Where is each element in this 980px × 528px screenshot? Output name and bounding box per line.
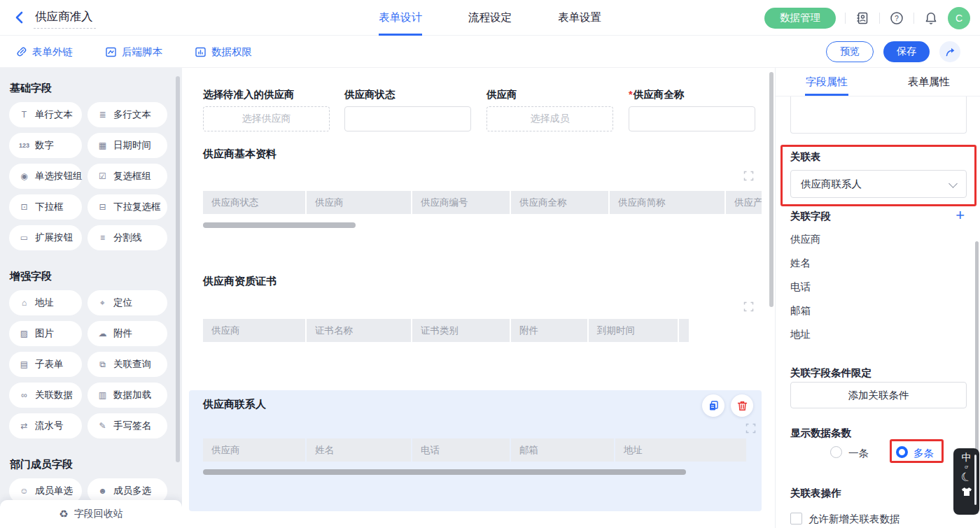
field-address[interactable]: ⌂地址 <box>9 290 82 315</box>
field-select-supplier[interactable]: 选择待准入的供应商 选择供应商 <box>203 88 330 134</box>
tab-process-setting[interactable]: 流程设定 <box>468 0 512 36</box>
radio-multiple[interactable] <box>896 446 908 458</box>
field-single-text[interactable]: T单行文本 <box>9 102 82 127</box>
backend-script-button[interactable]: 后端脚本 <box>105 45 162 59</box>
field-location[interactable]: ⌖定位 <box>88 290 167 315</box>
supplier-fullname-input[interactable] <box>629 106 755 131</box>
field-subform[interactable]: ▤子表单 <box>9 352 82 377</box>
recycle-icon: ♻ <box>59 508 68 520</box>
delete-widget-button[interactable] <box>731 394 753 417</box>
browser-extension-widget[interactable]: 中 ơ ☾ <box>953 448 979 515</box>
field-number[interactable]: 123数字 <box>9 133 82 158</box>
form-canvas: 选择待准入的供应商 选择供应商 供应商状态 供应商 选择成员 *供应商全称 供应… <box>182 68 775 528</box>
related-field-item[interactable]: 电话 <box>790 280 811 294</box>
related-field-item[interactable]: 姓名 <box>790 257 811 270</box>
person-icon: ☺ <box>18 487 30 495</box>
field-image[interactable]: ▨图片 <box>9 321 82 346</box>
related-field-item[interactable]: 地址 <box>790 328 811 341</box>
sidebar-scrollbar[interactable] <box>176 76 180 462</box>
help-icon[interactable]: ? <box>889 10 904 26</box>
field-label: 选择待准入的供应商 <box>203 88 295 101</box>
back-button[interactable] <box>13 10 28 25</box>
preview-button[interactable]: 预览 <box>826 41 874 62</box>
tab-field-properties[interactable]: 字段属性 <box>776 68 878 96</box>
form-toolbar: 表单外链 后端脚本 数据权限 预览 保存 <box>0 36 980 68</box>
field-serial-number[interactable]: ⇄流水号 <box>9 413 82 438</box>
contact-book-icon[interactable] <box>855 10 870 26</box>
select-supplier-input[interactable]: 选择供应商 <box>203 106 330 131</box>
topbar-actions: 数据管理 ? C <box>764 0 970 36</box>
field-relation-data[interactable]: ∞关联数据 <box>9 383 82 408</box>
field-datetime[interactable]: ▦日期时间 <box>88 133 167 158</box>
dark-mode-moon-icon[interactable]: ☾ <box>959 469 974 487</box>
field-multi-select[interactable]: ⊟下拉复选框 <box>88 194 167 220</box>
select-member-input[interactable]: 选择成员 <box>486 106 613 131</box>
language-toggle-icon[interactable]: 中 <box>962 452 972 464</box>
save-button[interactable]: 保存 <box>883 41 930 62</box>
expand-icon[interactable] <box>746 423 756 434</box>
related-field-item[interactable]: 供应商 <box>790 233 821 246</box>
field-radio-group[interactable]: ◉单选按钮组 <box>9 164 82 189</box>
field-supplier-status[interactable]: 供应商状态 <box>344 88 471 134</box>
form-external-link-button[interactable]: 表单外链 <box>15 45 73 59</box>
field-signature[interactable]: ✎手写签名 <box>88 413 167 438</box>
required-mark: * <box>629 89 633 100</box>
data-manage-button[interactable]: 数据管理 <box>764 8 836 29</box>
notification-bell-icon[interactable] <box>923 10 939 26</box>
horizontal-scrollbar[interactable] <box>203 222 356 228</box>
field-divider[interactable]: ≡分割线 <box>88 225 167 250</box>
supplier-status-input[interactable] <box>344 106 471 131</box>
field-checkbox-group[interactable]: ☑复选框组 <box>88 164 167 189</box>
horizontal-scrollbar[interactable] <box>203 469 686 475</box>
add-related-field-button[interactable]: + <box>955 208 965 223</box>
tab-form-design[interactable]: 表单设计 <box>379 0 422 36</box>
field-relation-query[interactable]: ⧉关联查询 <box>88 352 167 377</box>
data-permission-button[interactable]: 数据权限 <box>195 45 252 59</box>
table-ops-label: 关联表操作 <box>790 487 841 500</box>
page-title[interactable]: 供应商准入 <box>34 9 96 29</box>
people-icon: ☻ <box>97 487 108 495</box>
radio-single[interactable] <box>830 446 842 458</box>
certificates-header-row: 供应商 证书名称 证书类别 附件 到期时间 <box>203 319 693 342</box>
basic-info-header-row: 供应商状态 供应商 供应商编号 供应商全称 供应商简称 供应产 <box>203 191 762 214</box>
allow-add-label[interactable]: 允许新增关联表数据 <box>808 513 900 526</box>
link-icon <box>15 46 27 58</box>
related-field-item[interactable]: 邮箱 <box>790 304 811 317</box>
copy-widget-button[interactable] <box>702 394 724 417</box>
allow-add-checkbox[interactable] <box>790 513 802 525</box>
add-condition-button[interactable]: 添加关联条件 <box>790 382 967 408</box>
properties-panel: 字段属性 表单属性 关联表 供应商联系人 关联字段 + 供应商 姓名 电话 邮箱… <box>775 68 980 528</box>
field-supplier-fullname[interactable]: *供应商全称 <box>629 88 755 134</box>
chevron-left-icon <box>13 10 28 25</box>
toolbar-actions: 预览 保存 <box>826 41 960 62</box>
signature-pen-icon: ✎ <box>97 422 108 430</box>
radio-multiple-label[interactable]: 多条 <box>913 447 934 460</box>
field-supplier[interactable]: 供应商 选择成员 <box>486 88 613 134</box>
expand-icon[interactable] <box>743 171 754 181</box>
subtable-title-certificates: 供应商资质证书 <box>203 275 276 288</box>
data-permission-label: 数据权限 <box>211 45 252 59</box>
expand-icon[interactable] <box>743 301 754 312</box>
divider <box>879 13 880 24</box>
subtable-contacts-selected[interactable]: 供应商联系人 供应商 姓名 电话 邮箱 地址 <box>189 390 762 511</box>
user-avatar[interactable]: C <box>948 7 970 29</box>
share-button[interactable] <box>939 41 960 62</box>
related-table-select[interactable]: 供应商联系人 <box>790 170 967 198</box>
section-title-enhanced-fields: 增强字段 <box>10 270 182 283</box>
divider-icon: ≡ <box>97 234 108 242</box>
field-recycle-bin[interactable]: ♻ 字段回收站 <box>0 500 182 528</box>
tab-form-properties[interactable]: 表单属性 <box>878 68 980 96</box>
radio-single-label[interactable]: 一条 <box>848 447 869 460</box>
field-select[interactable]: ⊡下拉框 <box>9 194 82 220</box>
column-header: 供应商简称 <box>610 191 724 214</box>
field-extend-button[interactable]: ▭扩展按钮 <box>9 225 82 250</box>
scrolled-field-input[interactable] <box>790 97 967 134</box>
canvas-vertical-scrollbar[interactable] <box>769 72 774 307</box>
tab-form-setting[interactable]: 表单设置 <box>558 0 601 36</box>
relation-data-icon: ∞ <box>18 391 30 399</box>
field-multi-text[interactable]: ≣多行文本 <box>88 102 167 127</box>
field-attachment[interactable]: ☁附件 <box>88 321 167 346</box>
theme-shirt-icon[interactable] <box>961 487 972 497</box>
field-data-load[interactable]: ▥数据加载 <box>88 383 167 408</box>
column-header: 姓名 <box>307 438 411 462</box>
